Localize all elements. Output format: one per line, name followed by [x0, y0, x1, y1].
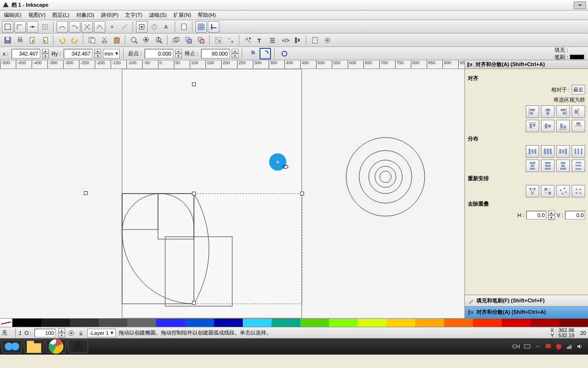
align-dialog-button[interactable]: [292, 34, 304, 46]
align-left-out-button[interactable]: [572, 105, 585, 118]
stroke-swatch[interactable]: [570, 55, 584, 59]
dist-left-button[interactable]: [526, 145, 539, 158]
align-top-button[interactable]: [526, 120, 539, 132]
snap-rotation-button[interactable]: [148, 21, 160, 33]
copy-button[interactable]: [86, 34, 98, 46]
canvas-content[interactable]: [0, 69, 464, 318]
layer-visibility-icon[interactable]: [68, 330, 75, 336]
opacity-input[interactable]: [34, 329, 56, 337]
snap-smooth-button[interactable]: [106, 21, 118, 33]
no-color-swatch[interactable]: [0, 319, 12, 327]
dist-hgap-button[interactable]: [572, 145, 585, 158]
align-right-button[interactable]: [556, 105, 570, 118]
color-swatch[interactable]: [444, 319, 473, 327]
selection-handle[interactable]: [192, 192, 196, 196]
flag-icon[interactable]: [545, 343, 552, 350]
unlink-clone-button[interactable]: [195, 34, 207, 46]
horizontal-ruler[interactable]: -500-450-400-350-300-250-200-150-100-500…: [0, 60, 464, 69]
color-swatch[interactable]: [127, 319, 156, 327]
relative-select[interactable]: 最近: [572, 85, 585, 94]
dist-hcenter-button[interactable]: [541, 145, 554, 158]
export-button[interactable]: [39, 34, 51, 46]
ry-spinner[interactable]: ▲▼: [94, 49, 101, 58]
snap-bbox-button[interactable]: [2, 21, 13, 33]
color-swatch[interactable]: [300, 319, 329, 327]
h-input[interactable]: [526, 211, 546, 219]
align-bottom-button[interactable]: [556, 120, 570, 132]
color-swatch[interactable]: [156, 319, 185, 327]
color-swatch[interactable]: [271, 319, 300, 327]
arc-open-button[interactable]: [260, 48, 271, 59]
graph-button[interactable]: [526, 185, 539, 197]
dist-vcenter-button[interactable]: [541, 160, 554, 172]
dist-bottom-button[interactable]: [556, 160, 570, 172]
layers-dialog-button[interactable]: [267, 34, 279, 46]
snap-intersection-button[interactable]: [81, 21, 93, 33]
zoom-page-button[interactable]: 1: [153, 34, 165, 46]
align-distribute-tab[interactable]: 对齐和分散(A) (Shift+Ctrl+A): [465, 307, 588, 318]
unclump-button[interactable]: [572, 185, 585, 197]
system-tray[interactable]: CH: [512, 343, 586, 350]
align-top-out-button[interactable]: [572, 120, 585, 132]
snap-corner-button[interactable]: [14, 21, 26, 33]
menu-filters[interactable]: 滤镜(S): [147, 11, 169, 20]
x-spinner[interactable]: ▲▼: [42, 49, 49, 58]
zoom-selection-button[interactable]: [128, 34, 140, 46]
volume-icon[interactable]: [577, 343, 583, 350]
docprops-button[interactable]: [322, 34, 333, 46]
color-swatch[interactable]: [386, 319, 415, 327]
save-button[interactable]: [2, 34, 13, 46]
snap-edge-button[interactable]: [27, 21, 38, 33]
dist-vgap-button[interactable]: [572, 160, 585, 172]
end-input[interactable]: [201, 49, 230, 58]
print-button[interactable]: [14, 34, 26, 46]
snap-guide-button[interactable]: [208, 21, 219, 33]
arc-whole-button[interactable]: [279, 48, 290, 59]
zoom-drawing-button[interactable]: [141, 34, 152, 46]
panel-header[interactable]: 对齐和分散(A) (Shift+Ctrl+A): [465, 60, 588, 69]
minimize-button[interactable]: ━: [574, 1, 586, 9]
wifi-icon[interactable]: [566, 343, 573, 350]
keyboard-icon[interactable]: [524, 343, 531, 350]
color-swatch[interactable]: [358, 319, 386, 327]
end-spinner[interactable]: ▲▼: [232, 49, 238, 58]
dist-top-button[interactable]: [526, 160, 539, 172]
shield-icon[interactable]: [555, 343, 562, 350]
color-swatch[interactable]: [531, 319, 559, 327]
color-swatch[interactable]: [70, 319, 99, 327]
color-swatch[interactable]: [559, 319, 588, 327]
duplicate-button[interactable]: [170, 34, 182, 46]
v-input[interactable]: [565, 211, 585, 219]
snap-cusp-button[interactable]: [94, 21, 105, 33]
redo-button[interactable]: [69, 34, 80, 46]
align-vcenter-button[interactable]: [541, 120, 554, 132]
color-swatch[interactable]: [243, 319, 271, 327]
color-swatch[interactable]: [502, 319, 531, 327]
chevron-up-icon[interactable]: [534, 343, 541, 350]
align-hcenter-button[interactable]: [541, 105, 554, 118]
snap-page-button[interactable]: [178, 21, 190, 33]
paste-button[interactable]: [111, 34, 123, 46]
menu-layer[interactable]: 图层(L): [50, 11, 71, 20]
color-swatch[interactable]: [12, 319, 41, 327]
snap-path-button[interactable]: [69, 21, 80, 33]
menu-extensions[interactable]: 扩展(N): [171, 11, 193, 20]
snap-baseline-button[interactable]: A: [161, 21, 172, 33]
color-palette[interactable]: [0, 318, 588, 327]
canvas[interactable]: +: [0, 69, 464, 318]
unit-select[interactable]: mm▾: [103, 49, 119, 58]
color-swatch[interactable]: [415, 319, 444, 327]
start-spinner[interactable]: ▲▼: [175, 49, 182, 58]
align-left-button[interactable]: [526, 105, 539, 118]
text-dialog-button[interactable]: T: [255, 34, 266, 46]
taskbar-app1[interactable]: [2, 340, 22, 353]
dist-right-button[interactable]: [556, 145, 570, 158]
menu-path[interactable]: 路径(P): [99, 11, 121, 20]
color-swatch[interactable]: [473, 319, 502, 327]
snap-grid-button[interactable]: [195, 21, 207, 33]
selection-handle[interactable]: [84, 191, 88, 195]
start-input[interactable]: [145, 49, 173, 58]
randomize-button[interactable]: [556, 185, 570, 197]
taskbar-chrome[interactable]: [46, 340, 66, 353]
cut-button[interactable]: [99, 34, 110, 46]
